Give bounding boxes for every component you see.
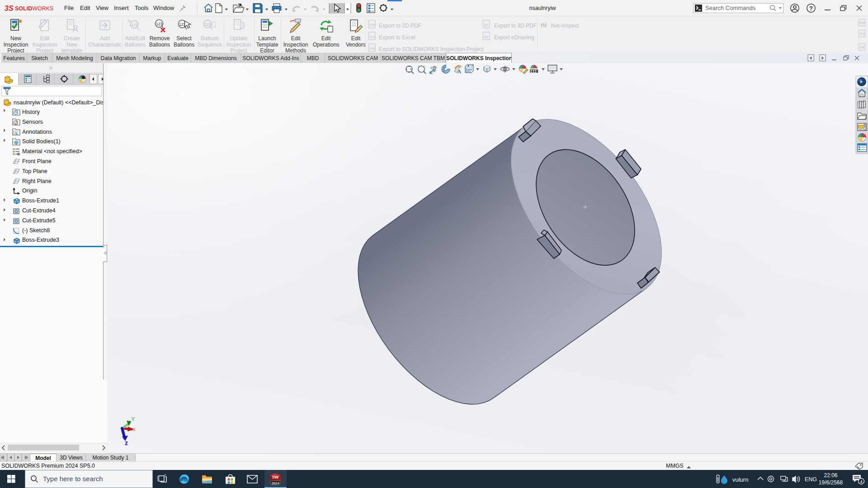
svg-text:vulurn: vulurn bbox=[732, 476, 748, 483]
svg-text:2024: 2024 bbox=[272, 481, 280, 485]
svg-text:4: 4 bbox=[860, 479, 862, 484]
svg-text:SW: SW bbox=[272, 475, 279, 479]
svg-text:x: x bbox=[132, 426, 136, 432]
svg-text:z: z bbox=[125, 439, 128, 446]
svg-text:A: A bbox=[458, 69, 461, 74]
svg-text:Y: Y bbox=[131, 416, 135, 422]
